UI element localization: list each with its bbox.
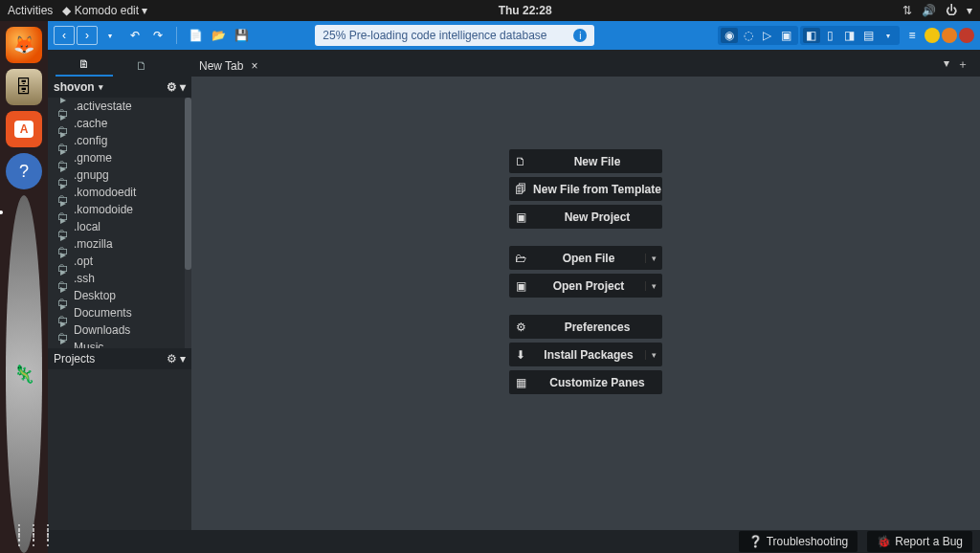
preferences-button[interactable]: ⚙ Preferences — [509, 315, 662, 339]
label: Preferences — [532, 321, 662, 334]
projects-label: Projects — [54, 352, 95, 365]
gear-icon: ⚙ — [509, 321, 532, 334]
file-tree-item[interactable]: ▸🗀.mozilla — [48, 235, 191, 253]
clock[interactable]: Thu 22:28 — [147, 4, 902, 17]
file-name: .mozilla — [74, 237, 113, 251]
install-packages-button[interactable]: ⬇ Install Packages ▾ — [509, 343, 662, 366]
open-folder-button[interactable]: 📂 — [208, 26, 229, 45]
dock-app-help[interactable]: ? — [6, 153, 42, 189]
open-project-icon: ▣ — [509, 279, 532, 293]
tab-close-icon[interactable]: × — [251, 59, 257, 73]
maximize-button[interactable] — [942, 28, 957, 43]
minimize-button[interactable] — [924, 28, 940, 43]
label: Troubleshooting — [767, 535, 849, 548]
dropdown-caret-icon[interactable]: ▾ — [645, 254, 662, 263]
nav-dropdown-icon[interactable]: ▾ — [100, 26, 121, 45]
file-tree-item[interactable]: ▸🗀Downloads — [48, 321, 191, 339]
nav-back-button[interactable]: ‹ — [54, 26, 75, 45]
scrollbar-thumb[interactable] — [185, 98, 191, 270]
file-tree-item[interactable]: ▸🗀.gnupg — [48, 166, 191, 184]
pane-dropdown-icon[interactable]: ▾ — [880, 28, 897, 43]
new-file-template-button[interactable]: 🗐 New File from Template — [509, 177, 662, 201]
file-tree-item[interactable]: ▸🗀.activestate — [48, 98, 191, 115]
file-tree[interactable]: ▸🗀.activestate ▸🗀.cache ▸🗀.config ▸🗀.gno… — [48, 98, 191, 348]
side-tab-files[interactable]: 🗎 — [56, 54, 113, 77]
file-name: .activestate — [74, 100, 132, 113]
tab-list-icon[interactable]: ▾ — [944, 56, 949, 73]
activities-button[interactable]: Activities — [8, 4, 53, 17]
left-pane-icon[interactable]: ◧ — [803, 28, 820, 43]
info-icon[interactable]: i — [573, 29, 587, 42]
save-button[interactable]: 💾 — [231, 26, 252, 45]
side-tab-document[interactable]: 🗋 — [113, 55, 170, 77]
new-file-button[interactable]: 📄 — [185, 26, 206, 45]
report-bug-button[interactable]: 🐞 Report a Bug — [867, 531, 972, 552]
customize-panes-button[interactable]: ▦ Customize Panes — [509, 370, 662, 394]
places-gear-icon[interactable]: ⚙ ▾ — [167, 80, 186, 94]
record-macro-icon[interactable]: ◉ — [721, 28, 738, 43]
file-name: .config — [74, 134, 107, 147]
projects-gear-icon[interactable]: ⚙ ▾ — [167, 352, 186, 365]
file-tree-item[interactable]: ▸🗀Documents — [48, 304, 191, 321]
dock-app-files[interactable]: 🗄 — [6, 69, 42, 105]
file-name: Documents — [74, 306, 132, 320]
file-name: .opt — [74, 254, 93, 268]
label: Customize Panes — [532, 376, 662, 389]
file-tree-item[interactable]: ▸🗀.komodoide — [48, 201, 191, 218]
play-macro-icon[interactable]: ▷ — [759, 28, 776, 43]
file-tree-item[interactable]: ▸🗀.opt — [48, 253, 191, 270]
dropdown-caret-icon[interactable]: ▾ — [645, 350, 662, 360]
open-file-icon: 🗁 — [509, 252, 532, 265]
network-icon[interactable]: ⇅ — [902, 4, 912, 17]
nav-forward-button[interactable]: › — [77, 26, 98, 45]
redo-button[interactable]: ↷ — [147, 26, 168, 45]
pause-macro-icon[interactable]: ◌ — [740, 28, 757, 43]
label: Report a Bug — [895, 535, 963, 548]
dock-app-firefox[interactable]: 🦊 — [6, 27, 42, 63]
file-tree-item[interactable]: ▸🗀Desktop — [48, 287, 191, 304]
file-tree-item[interactable]: ▸🗀.local — [48, 218, 191, 235]
file-tree-item[interactable]: ▸🗀.komodoedit — [48, 184, 191, 201]
save-macro-icon[interactable]: ▣ — [778, 28, 795, 43]
bottom-pane-icon[interactable]: ▯ — [822, 28, 839, 43]
toggle-pane-icon[interactable]: ▤ — [860, 28, 878, 43]
troubleshooting-button[interactable]: ❔ Troubleshooting — [739, 531, 858, 552]
new-tab-icon[interactable]: ＋ — [957, 56, 969, 73]
new-file-icon: 🗋 — [509, 155, 532, 168]
status-box[interactable]: 25% Pre-loading code intelligence databa… — [315, 25, 594, 46]
dropdown-caret-icon[interactable]: ▾ — [645, 281, 662, 291]
app-menu[interactable]: ◆ Komodo edit ▾ — [62, 4, 147, 17]
status-text: 25% Pre-loading code intelligence databa… — [323, 29, 546, 42]
dock-apps-grid-icon[interactable]: ⋮⋮⋮⋮⋮⋮⋮⋮⋮ — [13, 526, 56, 543]
file-name: Desktop — [74, 289, 116, 302]
new-file-button[interactable]: 🗋 New File — [509, 149, 662, 173]
menu-icon[interactable]: ≡ — [902, 26, 923, 45]
places-root[interactable]: shovon ▾ ⚙ ▾ — [48, 77, 191, 98]
files-tab-icon: 🗎 — [78, 57, 90, 71]
file-tree-item[interactable]: ▸🗀.gnome — [48, 149, 191, 166]
open-file-button[interactable]: 🗁 Open File ▾ — [509, 246, 662, 270]
new-project-button[interactable]: ▣ New Project — [509, 205, 662, 229]
main-toolbar: ‹ › ▾ ↶ ↷ 📄 📂 💾 25% Pre-loading code int… — [48, 21, 980, 50]
start-screen: 🗋 New File 🗐 New File from Template ▣ Ne… — [191, 77, 980, 530]
file-tree-item[interactable]: ▸🗀.config — [48, 132, 191, 149]
dock-app-software[interactable]: A — [6, 111, 42, 147]
file-tree-item[interactable]: ▸🗀Music — [48, 339, 191, 348]
file-name: .ssh — [74, 272, 95, 285]
projects-header[interactable]: Projects ⚙ ▾ — [48, 348, 191, 369]
dock-app-komodo[interactable]: 🦎 — [6, 195, 42, 553]
volume-icon[interactable]: 🔊 — [922, 4, 936, 17]
right-pane-icon[interactable]: ◨ — [841, 28, 858, 43]
power-icon[interactable]: ⏻ — [946, 4, 957, 17]
close-button[interactable] — [959, 28, 974, 43]
file-tree-item[interactable]: ▸🗀.ssh — [48, 270, 191, 287]
undo-button[interactable]: ↶ — [124, 26, 145, 45]
file-name: .gnupg — [74, 168, 109, 182]
user-menu-caret-icon[interactable]: ▾ — [967, 4, 972, 17]
open-project-button[interactable]: ▣ Open Project ▾ — [509, 274, 662, 298]
file-tree-item[interactable]: ▸🗀.cache — [48, 115, 191, 132]
editor-tab-new[interactable]: New Tab × — [189, 55, 268, 77]
caret-down-icon: ▾ — [99, 82, 103, 92]
file-name: .cache — [74, 117, 107, 130]
file-name: .komodoedit — [74, 186, 136, 199]
